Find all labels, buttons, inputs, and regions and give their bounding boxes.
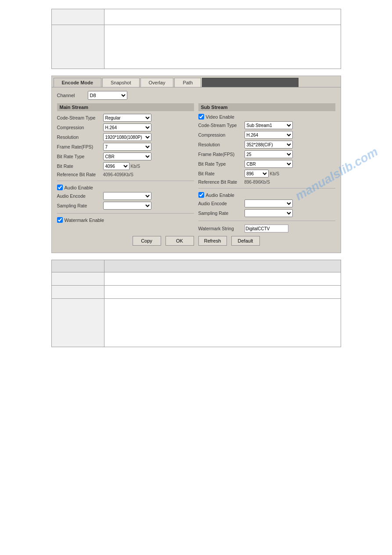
sub-video-enable-checkbox[interactable] [198, 114, 204, 120]
bottom-table-header-right [104, 260, 341, 272]
sub-watermark-string-label: Watermark String [198, 226, 245, 231]
main-watermark-checkbox[interactable] [57, 217, 63, 223]
sub-compression-row: Compression H.264 [198, 131, 335, 139]
channel-select[interactable]: D8 [88, 91, 127, 100]
dialog-buttons: Copy OK Refresh Default [57, 236, 335, 249]
sub-code-stream-type-select[interactable]: Sub Stream1 [245, 121, 293, 129]
main-audio-enable-label: Audio Enable [65, 185, 93, 190]
sub-stream-panel: Sub Stream Video Enable Code-Stream Type… [198, 103, 335, 232]
sub-ref-bitrate-value: 896-896Kb/S [245, 180, 270, 185]
top-table-cell-right-2 [104, 25, 341, 69]
bottom-table-header-left [51, 260, 104, 272]
sub-framerate-select[interactable]: 25 [245, 150, 293, 158]
main-compression-select[interactable]: H.264 [103, 123, 151, 131]
main-bitrate-label: Bit Rate [57, 163, 103, 169]
bottom-table [51, 260, 341, 347]
top-table-cell-right-1 [104, 9, 341, 25]
dialog-tabs: Encode Mode Snapshot Overlay Path [52, 76, 341, 87]
main-code-stream-type-row: Code-Stream Type Regular [57, 114, 194, 122]
main-watermark-row: Watermark Enable [57, 217, 194, 223]
sub-divider [198, 188, 335, 189]
main-resolution-select[interactable]: 1920*1080(1080P) [103, 133, 151, 141]
sub-audio-enable-label: Audio Enable [206, 192, 234, 198]
sub-ref-bitrate-row: Reference Bit Rate 896-896Kb/S [198, 179, 335, 185]
sub-video-enable-label: Video Enable [206, 114, 234, 120]
tab-path[interactable]: Path [174, 78, 201, 87]
main-audio-encode-row: Audio Encode [57, 192, 194, 200]
bottom-table-row2-left [51, 286, 104, 299]
default-button[interactable]: Default [231, 236, 260, 246]
sub-resolution-row: Resolution 352*288(CIF) [198, 141, 335, 149]
main-ref-bitrate-label: Reference Bit Rate [57, 172, 103, 177]
main-code-stream-type-label: Code-Stream Type [57, 115, 103, 120]
tab-overlay[interactable]: Overlay [140, 78, 174, 87]
main-sampling-rate-select[interactable] [103, 202, 151, 210]
sub-divider2 [198, 221, 335, 221]
main-audio-encode-select[interactable] [103, 192, 151, 200]
sub-code-stream-type-label: Code-Stream Type [198, 123, 245, 128]
main-framerate-row: Frame Rate(FPS) 7 [57, 143, 194, 151]
main-sampling-rate-label: Sampling Rate [57, 203, 103, 208]
copy-button[interactable]: Copy [133, 236, 161, 246]
main-code-stream-type-select[interactable]: Regular [103, 114, 151, 122]
top-table-cell-left-2 [51, 25, 104, 69]
bottom-table-row3-left [51, 299, 104, 347]
main-bitrate-type-select[interactable]: CBR [103, 152, 151, 160]
sub-audio-encode-label: Audio Encode [198, 201, 245, 206]
sub-code-stream-type-row: Code-Stream Type Sub Stream1 [198, 121, 335, 129]
main-ref-bitrate-row: Reference Bit Rate 4096-4096Kb/S [57, 172, 194, 177]
sub-audio-encode-select[interactable] [245, 200, 293, 207]
main-bitrate-type-label: Bit Rate Type [57, 154, 103, 159]
sub-audio-encode-row: Audio Encode [198, 200, 335, 207]
main-bitrate-type-row: Bit Rate Type CBR [57, 152, 194, 160]
sub-resolution-label: Resolution [198, 142, 245, 147]
sub-framerate-label: Frame Rate(FPS) [198, 152, 245, 157]
sub-compression-label: Compression [198, 132, 245, 138]
top-table-cell-left-1 [51, 9, 104, 25]
channel-label: Channel [57, 93, 88, 98]
sub-bitrate-unit: Kb/S [270, 171, 280, 176]
main-compression-label: Compression [57, 125, 103, 130]
main-audio-enable-row: Audio Enable [57, 185, 194, 190]
sub-audio-enable-checkbox[interactable] [198, 192, 204, 198]
streams-container: Main Stream Code-Stream Type Regular Com… [57, 103, 335, 232]
sub-audio-enable-row: Audio Enable [198, 192, 335, 198]
bottom-table-row1-left [51, 272, 104, 286]
sub-compression-select[interactable]: H.264 [245, 131, 293, 139]
sub-stream-header: Sub Stream [198, 103, 335, 111]
main-ref-bitrate-value: 4096-4096Kb/S [103, 172, 134, 177]
main-bitrate-unit: Kb/S [131, 164, 140, 169]
sub-watermark-string-input[interactable] [245, 225, 288, 232]
sub-ref-bitrate-label: Reference Bit Rate [198, 179, 245, 185]
encode-dialog: Encode Mode Snapshot Overlay Path Channe… [51, 76, 341, 253]
tab-extra[interactable] [202, 78, 298, 87]
main-sampling-rate-row: Sampling Rate [57, 202, 194, 210]
top-table [51, 9, 341, 69]
refresh-button[interactable]: Refresh [198, 236, 227, 246]
main-stream-header: Main Stream [57, 103, 194, 111]
main-framerate-select[interactable]: 7 [103, 143, 151, 151]
sub-resolution-select[interactable]: 352*288(CIF) [245, 141, 293, 149]
tab-snapshot[interactable]: Snapshot [102, 78, 139, 87]
main-bitrate-select[interactable]: 4096 [103, 162, 129, 170]
main-audio-encode-label: Audio Encode [57, 193, 103, 199]
sub-bitrate-select[interactable]: 896 [245, 170, 269, 178]
sub-video-enable-row: Video Enable [198, 114, 335, 120]
sub-sampling-rate-select[interactable] [245, 209, 293, 217]
dialog-body: Channel D8 Main Stream Code-Stream Type … [52, 87, 341, 253]
main-resolution-row: Resolution 1920*1080(1080P) [57, 133, 194, 141]
main-audio-enable-checkbox[interactable] [57, 185, 63, 190]
main-bitrate-row: Bit Rate 4096 Kb/S [57, 162, 194, 170]
main-stream-panel: Main Stream Code-Stream Type Regular Com… [57, 103, 194, 232]
sub-bitrate-row: Bit Rate 896 Kb/S [198, 170, 335, 178]
main-divider [57, 181, 194, 181]
channel-row: Channel D8 [57, 91, 335, 100]
main-framerate-label: Frame Rate(FPS) [57, 144, 103, 149]
ok-button[interactable]: OK [165, 236, 194, 246]
sub-sampling-rate-label: Sampling Rate [198, 210, 245, 216]
bottom-table-row1-right [104, 272, 341, 286]
sub-bitrate-type-label: Bit Rate Type [198, 161, 245, 167]
sub-bitrate-type-select[interactable]: CBR [245, 160, 293, 168]
sub-bitrate-label: Bit Rate [198, 171, 245, 176]
tab-encode-mode[interactable]: Encode Mode [54, 78, 102, 87]
